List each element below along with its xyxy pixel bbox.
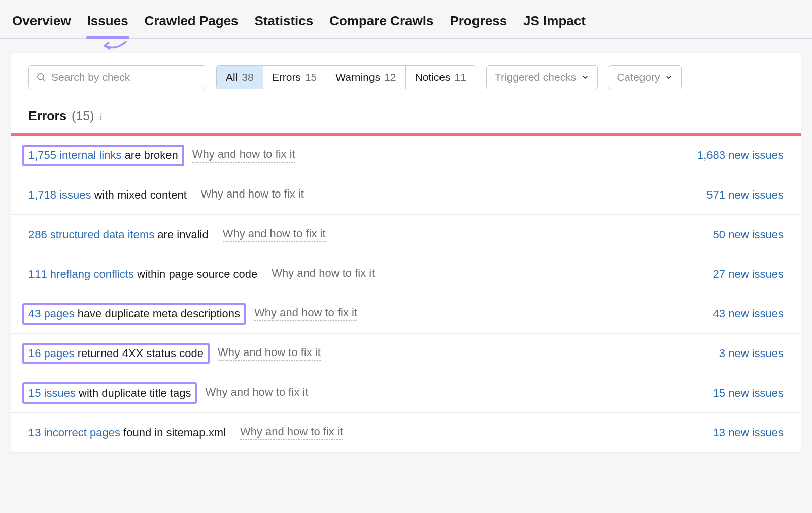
annotation-arrow-icon bbox=[100, 39, 131, 54]
issue-row-left: 16 pages returned 4XX status codeWhy and… bbox=[28, 346, 321, 361]
search-icon bbox=[36, 72, 46, 82]
triggered-checks-dropdown[interactable]: Triggered checks bbox=[486, 65, 598, 89]
filter-notices[interactable]: Notices11 bbox=[406, 66, 476, 89]
new-issues-link[interactable]: 571 new issues bbox=[706, 188, 784, 202]
tab-js-impact[interactable]: JS Impact bbox=[522, 8, 587, 38]
filter-warnings[interactable]: Warnings12 bbox=[326, 66, 405, 89]
issue-text-suffix: have duplicate meta descriptions bbox=[75, 307, 241, 320]
svg-line-1 bbox=[43, 79, 45, 81]
issue-link[interactable]: 1,755 internal links bbox=[28, 149, 121, 162]
how-to-fix-link[interactable]: Why and how to fix it bbox=[192, 148, 295, 163]
search-input-wrapper[interactable] bbox=[28, 65, 206, 89]
issue-row: 286 structured data items are invalidWhy… bbox=[11, 215, 801, 254]
issue-link[interactable]: 16 pages bbox=[28, 347, 75, 360]
issue-link[interactable]: 13 incorrect pages bbox=[28, 426, 120, 439]
tab-issues[interactable]: Issues bbox=[86, 8, 129, 38]
tab-compare-crawls[interactable]: Compare Crawls bbox=[328, 8, 434, 38]
filter-segments: All38Errors15Warnings12Notices11 bbox=[216, 65, 476, 89]
issue-description: 13 incorrect pages found in sitemap.xml bbox=[28, 426, 226, 439]
issue-row-left: 13 incorrect pages found in sitemap.xmlW… bbox=[28, 425, 343, 440]
issue-text-suffix: with duplicate title tags bbox=[76, 387, 191, 399]
issue-row-left: 1,718 issues with mixed contentWhy and h… bbox=[28, 187, 304, 202]
issue-row: 111 hreflang conflicts within page sourc… bbox=[11, 254, 801, 294]
issue-row-left: 43 pages have duplicate meta description… bbox=[28, 306, 357, 321]
filter-count: 15 bbox=[305, 71, 317, 83]
new-issues-link[interactable]: 13 new issues bbox=[713, 426, 784, 439]
new-issues-link[interactable]: 1,683 new issues bbox=[697, 149, 784, 162]
chevron-down-icon bbox=[581, 73, 589, 81]
search-input[interactable] bbox=[51, 71, 198, 83]
issue-row-left: 111 hreflang conflicts within page sourc… bbox=[28, 267, 375, 281]
new-issues-link[interactable]: 43 new issues bbox=[713, 307, 784, 320]
issue-row-left: 286 structured data items are invalidWhy… bbox=[28, 227, 326, 242]
filter-label: Warnings bbox=[335, 71, 380, 83]
issue-row: 13 incorrect pages found in sitemap.xmlW… bbox=[11, 413, 801, 453]
how-to-fix-link[interactable]: Why and how to fix it bbox=[240, 425, 343, 440]
filter-label: Errors bbox=[272, 71, 301, 83]
main-tabs: OverviewIssuesCrawled PagesStatisticsCom… bbox=[0, 0, 812, 39]
issue-row: 15 issues with duplicate title tagsWhy a… bbox=[11, 373, 801, 413]
issue-row: 1,718 issues with mixed contentWhy and h… bbox=[11, 175, 801, 215]
issue-link[interactable]: 15 issues bbox=[28, 387, 76, 399]
issue-text-suffix: with mixed content bbox=[91, 188, 187, 201]
filter-count: 11 bbox=[455, 71, 466, 83]
issue-description: 15 issues with duplicate title tags bbox=[22, 382, 197, 404]
new-issues-link[interactable]: 3 new issues bbox=[719, 347, 784, 360]
issue-row: 43 pages have duplicate meta description… bbox=[11, 294, 801, 334]
tab-progress[interactable]: Progress bbox=[449, 8, 508, 38]
tab-overview[interactable]: Overview bbox=[11, 8, 72, 38]
tab-crawled-pages[interactable]: Crawled Pages bbox=[144, 8, 240, 38]
section-title: Errors bbox=[28, 109, 66, 123]
filter-count: 38 bbox=[242, 71, 253, 83]
filter-count: 12 bbox=[384, 71, 396, 83]
issue-text-suffix: returned 4XX status code bbox=[75, 347, 204, 360]
issues-list: 1,755 internal links are brokenWhy and h… bbox=[11, 136, 801, 453]
how-to-fix-link[interactable]: Why and how to fix it bbox=[254, 306, 357, 321]
tab-statistics[interactable]: Statistics bbox=[254, 8, 315, 38]
issue-description: 43 pages have duplicate meta description… bbox=[22, 303, 246, 325]
svg-point-0 bbox=[38, 74, 44, 80]
issue-row-left: 15 issues with duplicate title tagsWhy a… bbox=[28, 386, 308, 400]
how-to-fix-link[interactable]: Why and how to fix it bbox=[205, 386, 308, 400]
filter-label: All bbox=[226, 71, 238, 83]
how-to-fix-link[interactable]: Why and how to fix it bbox=[272, 267, 375, 281]
section-count: (15) bbox=[72, 109, 94, 123]
issue-row-left: 1,755 internal links are brokenWhy and h… bbox=[28, 148, 295, 163]
filter-label: Notices bbox=[415, 71, 451, 83]
chevron-down-icon bbox=[665, 73, 673, 81]
dropdown-label: Triggered checks bbox=[495, 71, 576, 83]
issue-link[interactable]: 286 structured data items bbox=[28, 228, 154, 241]
issue-description: 1,718 issues with mixed content bbox=[28, 188, 187, 202]
issue-link[interactable]: 111 hreflang conflicts bbox=[28, 268, 134, 280]
issue-link[interactable]: 1,718 issues bbox=[28, 188, 91, 201]
issue-description: 111 hreflang conflicts within page sourc… bbox=[28, 268, 257, 281]
issue-text-suffix: are broken bbox=[121, 149, 178, 162]
section-header: Errors (15) i bbox=[11, 89, 801, 133]
issue-text-suffix: within page source code bbox=[134, 268, 257, 280]
new-issues-link[interactable]: 15 new issues bbox=[713, 387, 784, 400]
new-issues-link[interactable]: 50 new issues bbox=[713, 228, 784, 241]
issue-text-suffix: are invalid bbox=[154, 228, 208, 241]
issue-description: 16 pages returned 4XX status code bbox=[22, 343, 210, 364]
toolbar: All38Errors15Warnings12Notices11 Trigger… bbox=[11, 65, 801, 89]
filter-errors[interactable]: Errors15 bbox=[263, 66, 327, 89]
how-to-fix-link[interactable]: Why and how to fix it bbox=[201, 187, 304, 202]
how-to-fix-link[interactable]: Why and how to fix it bbox=[223, 227, 326, 242]
issue-row: 1,755 internal links are brokenWhy and h… bbox=[11, 136, 801, 175]
issue-link[interactable]: 43 pages bbox=[28, 307, 75, 320]
info-icon[interactable]: i bbox=[99, 110, 103, 123]
issue-text-suffix: found in sitemap.xml bbox=[120, 426, 226, 439]
issues-card: All38Errors15Warnings12Notices11 Trigger… bbox=[11, 53, 801, 453]
category-dropdown[interactable]: Category bbox=[608, 65, 682, 89]
issue-description: 1,755 internal links are broken bbox=[22, 145, 184, 166]
new-issues-link[interactable]: 27 new issues bbox=[713, 268, 784, 281]
issue-row: 16 pages returned 4XX status codeWhy and… bbox=[11, 334, 801, 373]
how-to-fix-link[interactable]: Why and how to fix it bbox=[218, 346, 321, 361]
filter-all[interactable]: All38 bbox=[216, 65, 263, 89]
dropdown-label: Category bbox=[617, 71, 660, 83]
issue-description: 286 structured data items are invalid bbox=[28, 228, 209, 241]
